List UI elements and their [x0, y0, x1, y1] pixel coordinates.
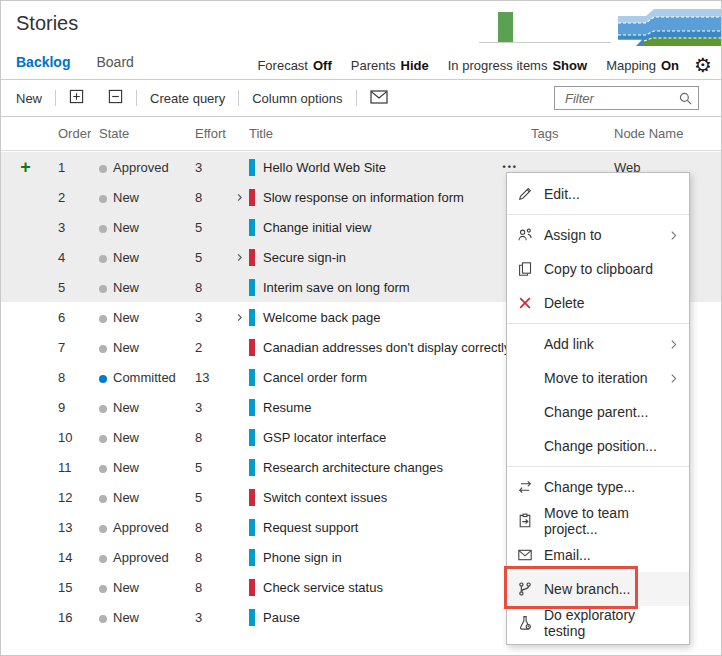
- title-cell: Canadian addresses don't display correct…: [230, 339, 523, 356]
- work-item-title[interactable]: Canadian addresses don't display correct…: [263, 340, 510, 355]
- menu-item-assign-to[interactable]: Assign to: [507, 218, 689, 252]
- move-project-icon: [517, 513, 533, 529]
- tab-board[interactable]: Board: [96, 54, 133, 70]
- expand-chevron-icon[interactable]: [230, 313, 249, 322]
- gear-icon: ⚙: [694, 54, 712, 76]
- effort-cell: 8: [187, 430, 230, 445]
- create-query-button[interactable]: Create query: [150, 91, 225, 106]
- expand-chevron-icon[interactable]: [230, 253, 249, 262]
- expand-chevron-icon[interactable]: [230, 193, 249, 202]
- column-header-title[interactable]: Title: [230, 126, 523, 141]
- column-header-order[interactable]: Order: [50, 126, 91, 141]
- context-menu: Edit... Assign to Copy to clipboard Dele…: [506, 172, 690, 645]
- backlog-page: Stories BacklogBoard ForecastOffParentsH…: [0, 0, 722, 656]
- work-item-title[interactable]: Secure sign-in: [263, 250, 346, 265]
- title-cell: Interim save on long form: [230, 279, 523, 296]
- menu-divider: [507, 323, 689, 324]
- delete-icon: [517, 295, 533, 311]
- work-item-title[interactable]: GSP locator interface: [263, 430, 386, 445]
- work-item-title[interactable]: Check service status: [263, 580, 383, 595]
- search-icon[interactable]: [678, 91, 693, 106]
- menu-item-move-to-team-project[interactable]: Move to team project...: [507, 504, 689, 538]
- work-item-title[interactable]: Phone sign in: [263, 550, 342, 565]
- row-gutter: +: [1, 158, 50, 176]
- new-button[interactable]: New: [16, 91, 42, 106]
- menu-item-change-position[interactable]: Change position...: [507, 429, 689, 463]
- order-cell: 1: [50, 160, 91, 175]
- work-item-title[interactable]: Switch context issues: [263, 490, 387, 505]
- state-cell: New: [91, 490, 187, 505]
- order-cell: 12: [50, 490, 91, 505]
- filter-input[interactable]: [563, 90, 678, 107]
- submenu-chevron-icon: [668, 373, 679, 384]
- menu-item-email[interactable]: Email...: [507, 538, 689, 572]
- menu-item-edit[interactable]: Edit...: [507, 177, 689, 211]
- toggle-parents[interactable]: ParentsHide: [351, 58, 429, 73]
- menu-item-copy-to-clipboard[interactable]: Copy to clipboard: [507, 252, 689, 286]
- work-item-title[interactable]: Resume: [263, 400, 311, 415]
- work-item-title[interactable]: Hello World Web Site: [263, 160, 386, 175]
- state-label: Committed: [113, 370, 176, 385]
- toggle-label: Parents: [351, 58, 396, 73]
- toggle-in-progress-items[interactable]: In progress itemsShow: [448, 58, 587, 73]
- state-dot-icon: [99, 615, 107, 623]
- tab-backlog[interactable]: Backlog: [16, 54, 70, 70]
- effort-cell: 5: [187, 490, 230, 505]
- menu-item-change-parent[interactable]: Change parent...: [507, 395, 689, 429]
- state-label: Approved: [113, 160, 169, 175]
- minus-box-icon: [108, 89, 123, 107]
- table-header: Order State Effort Title Tags Node Name: [1, 117, 721, 151]
- state-dot-icon: [99, 585, 107, 593]
- add-item-button[interactable]: +: [20, 157, 31, 177]
- column-header-effort[interactable]: Effort: [187, 126, 230, 141]
- title-cell: GSP locator interface: [230, 429, 523, 446]
- menu-item-delete[interactable]: Delete: [507, 286, 689, 320]
- state-dot-icon: [99, 315, 107, 323]
- state-label: New: [113, 250, 139, 265]
- more-actions-button[interactable]: •••: [503, 162, 518, 172]
- work-item-title[interactable]: Request support: [263, 520, 358, 535]
- work-item-title[interactable]: Interim save on long form: [263, 280, 410, 295]
- work-item-type-bar: [249, 309, 255, 326]
- work-item-type-bar: [249, 189, 255, 206]
- menu-item-label: Delete: [544, 295, 584, 311]
- title-cell: Pause: [230, 609, 523, 626]
- velocity-chart-thumbnail[interactable]: [479, 6, 611, 48]
- mail-icon: [370, 90, 388, 107]
- work-item-title[interactable]: Welcome back page: [263, 310, 381, 325]
- work-item-title[interactable]: Slow response on information form: [263, 190, 464, 205]
- state-dot-icon: [99, 285, 107, 293]
- work-item-title[interactable]: Cancel order form: [263, 370, 367, 385]
- email-query-button[interactable]: [370, 90, 388, 107]
- title-cell: Request support: [230, 519, 523, 536]
- menu-item-move-to-iteration[interactable]: Move to iteration: [507, 361, 689, 395]
- collapse-items-button[interactable]: [108, 89, 123, 107]
- title-cell: Welcome back page: [230, 309, 523, 326]
- toolbar-separator: [136, 90, 137, 106]
- column-header-state[interactable]: State: [91, 126, 187, 141]
- menu-item-change-type[interactable]: Change type...: [507, 470, 689, 504]
- column-options-button[interactable]: Column options: [252, 91, 342, 106]
- menu-item-new-branch[interactable]: New branch...: [507, 572, 689, 606]
- toggle-forecast[interactable]: ForecastOff: [257, 58, 331, 73]
- menu-item-add-link[interactable]: Add link: [507, 327, 689, 361]
- work-item-type-bar: [249, 429, 255, 446]
- menu-item-do-exploratory-testing[interactable]: Do exploratory testing: [507, 606, 689, 640]
- state-dot-icon: [99, 375, 107, 383]
- column-header-tags[interactable]: Tags: [523, 126, 606, 141]
- column-header-node-name[interactable]: Node Name: [606, 126, 721, 141]
- toolbar-separator: [55, 90, 56, 106]
- toolbar-separator: [238, 90, 239, 106]
- toggle-label: Forecast: [257, 58, 308, 73]
- settings-gear-button[interactable]: ⚙: [694, 55, 712, 75]
- work-item-title[interactable]: Research architecture changes: [263, 460, 443, 475]
- work-item-title[interactable]: Change initial view: [263, 220, 371, 235]
- state-dot-icon: [99, 435, 107, 443]
- state-cell: New: [91, 610, 187, 625]
- state-dot-icon: [99, 165, 107, 173]
- work-item-title[interactable]: Pause: [263, 610, 300, 625]
- menu-item-label: Move to iteration: [544, 370, 648, 386]
- expand-items-button[interactable]: [69, 89, 84, 107]
- cumulative-flow-chart-thumbnail[interactable]: [618, 5, 722, 50]
- toggle-mapping[interactable]: MappingOn: [606, 58, 679, 73]
